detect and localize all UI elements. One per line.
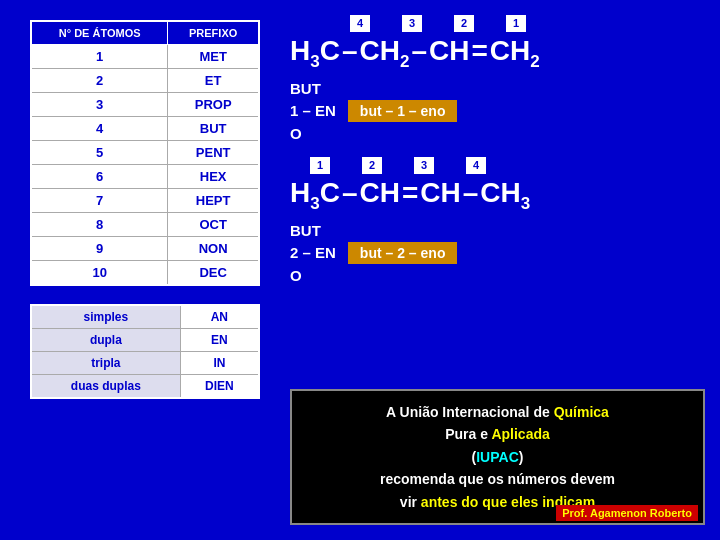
table-cell: 4: [31, 117, 168, 141]
info-aplicada: Aplicada: [491, 426, 549, 442]
formula2-but-label: BUT2 – ENO: [290, 220, 336, 288]
table-cell: 8: [31, 213, 168, 237]
table-cell: 5: [31, 141, 168, 165]
table-cell: 6: [31, 165, 168, 189]
num-1: 1: [506, 15, 526, 32]
bond-cell: duas duplas: [31, 375, 180, 399]
info-line4: recomenda que os números devem: [307, 468, 688, 490]
f2-h3c: H3C: [290, 177, 340, 214]
table-cell: PROP: [168, 93, 259, 117]
atoms-table: N° DE ÁTOMOS PREFIXO 1MET2ET3PROP4BUT5PE…: [30, 20, 260, 286]
f2-dash2: –: [463, 177, 479, 209]
formula2-naming: BUT2 – ENO but – 2 – eno: [290, 220, 705, 288]
table-cell: MET: [168, 45, 259, 69]
info-line2: Pura e Aplicada: [307, 423, 688, 445]
num2-4: 4: [466, 157, 486, 174]
f1-eq: =: [471, 35, 487, 67]
atoms-header-col2: PREFIXO: [168, 21, 259, 45]
table-cell: NON: [168, 237, 259, 261]
table-cell: HEX: [168, 165, 259, 189]
f2-ch: CH: [360, 177, 400, 209]
formula1-but-label: BUT1 – ENO: [290, 78, 336, 146]
formula1-line: H3C – CH2 – CH = CH2: [290, 35, 705, 72]
table-cell: 1: [31, 45, 168, 69]
table-cell: OCT: [168, 213, 259, 237]
info-line1: A União Internacional de Química: [307, 401, 688, 423]
num2-3: 3: [414, 157, 434, 174]
f2-dash1: –: [342, 177, 358, 209]
num-4: 4: [350, 15, 370, 32]
formula2-numbers: 1 2 3 4: [290, 157, 705, 174]
right-panel: 4 3 2 1 H3C – CH2 – CH = CH2 BUT1 – ENO …: [290, 15, 705, 299]
bond-cell: AN: [180, 305, 259, 329]
atoms-header-col1: N° DE ÁTOMOS: [31, 21, 168, 45]
f1-ch2: CH2: [360, 35, 410, 72]
bond-cell: dupla: [31, 329, 180, 352]
bond-cell: DIEN: [180, 375, 259, 399]
f2-eq: =: [402, 177, 418, 209]
table-cell: 3: [31, 93, 168, 117]
f1-ch: CH: [429, 35, 469, 67]
num-3: 3: [402, 15, 422, 32]
info-iupac: IUPAC: [476, 449, 519, 465]
table-cell: PENT: [168, 141, 259, 165]
f1-dash1: –: [342, 35, 358, 67]
table-cell: HEPT: [168, 189, 259, 213]
table-cell: DEC: [168, 261, 259, 286]
bond-table: simplesANduplaENtriplaINduas duplasDIEN: [30, 304, 260, 399]
bond-cell: simples: [31, 305, 180, 329]
formula1-badge: but – 1 – eno: [348, 100, 458, 122]
num2-1: 1: [310, 157, 330, 174]
bond-cell: IN: [180, 352, 259, 375]
formula2-badge: but – 2 – eno: [348, 242, 458, 264]
author-tag: Prof. Agamenon Roberto: [556, 505, 698, 521]
f2-ch2: CH: [420, 177, 460, 209]
bond-cell: tripla: [31, 352, 180, 375]
table-cell: 7: [31, 189, 168, 213]
f1-dash2: –: [411, 35, 427, 67]
formula1-naming: BUT1 – ENO but – 1 – eno: [290, 78, 705, 146]
left-panel: N° DE ÁTOMOS PREFIXO 1MET2ET3PROP4BUT5PE…: [30, 20, 260, 399]
f1-h3c: H3C: [290, 35, 340, 72]
f2-ch3: CH3: [480, 177, 530, 214]
info-quimica: Química: [554, 404, 609, 420]
info-line3: (IUPAC): [307, 446, 688, 468]
f1-ch2-end: CH2: [490, 35, 540, 72]
table-cell: ET: [168, 69, 259, 93]
table-cell: BUT: [168, 117, 259, 141]
table-cell: 9: [31, 237, 168, 261]
table-cell: 10: [31, 261, 168, 286]
bond-cell: EN: [180, 329, 259, 352]
table-cell: 2: [31, 69, 168, 93]
num2-2: 2: [362, 157, 382, 174]
formula1-numbers: 4 3 2 1: [290, 15, 705, 32]
info-box: A União Internacional de Química Pura e …: [290, 389, 705, 525]
num-2: 2: [454, 15, 474, 32]
formula2-line: H3C – CH = CH – CH3: [290, 177, 705, 214]
